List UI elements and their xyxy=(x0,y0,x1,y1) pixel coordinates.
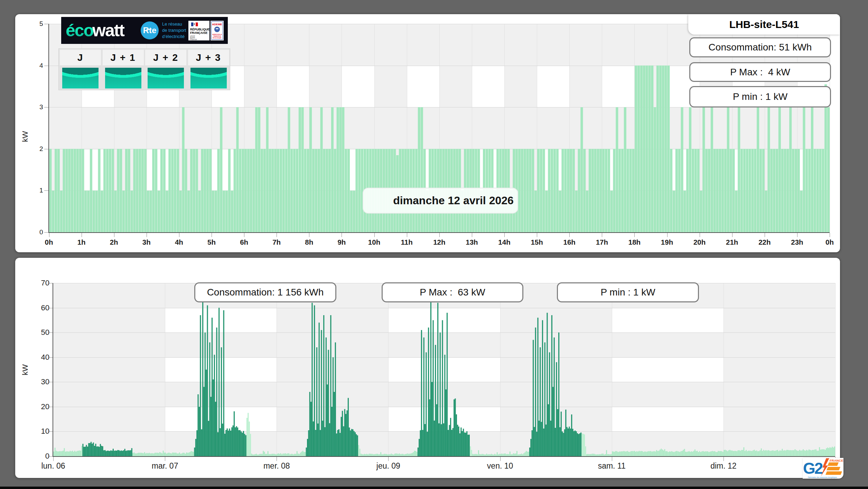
svg-text:4: 4 xyxy=(39,62,43,69)
svg-text:40: 40 xyxy=(41,353,49,361)
svg-text:18h: 18h xyxy=(628,238,641,246)
svg-text:17h: 17h xyxy=(596,238,608,246)
svg-text:ADEME: ADEME xyxy=(212,23,223,26)
svg-text:14h: 14h xyxy=(498,238,510,246)
svg-text:FRANÇAISE: FRANÇAISE xyxy=(190,31,207,35)
svg-text:10: 10 xyxy=(41,427,49,435)
svg-text:9h: 9h xyxy=(337,238,346,246)
svg-text:21h: 21h xyxy=(726,238,738,246)
svg-text:Fraternité: Fraternité xyxy=(190,39,197,40)
svg-text:éco: éco xyxy=(66,21,94,40)
svg-text:kW: kW xyxy=(21,131,29,142)
svg-text:20h: 20h xyxy=(693,238,706,246)
svg-text:5: 5 xyxy=(39,20,43,27)
svg-text:mar. 07: mar. 07 xyxy=(152,461,178,470)
svg-text:ÉCOLOGIQUE: ÉCOLOGIQUE xyxy=(213,37,222,39)
svg-text:0: 0 xyxy=(39,228,43,236)
svg-text:d’électricité: d’électricité xyxy=(162,34,185,39)
svg-text:12h: 12h xyxy=(433,238,445,246)
svg-text:22h: 22h xyxy=(758,238,771,246)
svg-text:11h: 11h xyxy=(401,238,412,246)
svg-text:10h: 10h xyxy=(368,238,380,246)
svg-text:jeu. 09: jeu. 09 xyxy=(376,461,400,470)
svg-text:16h: 16h xyxy=(563,238,576,246)
svg-text:70: 70 xyxy=(41,279,49,287)
svg-text:0h: 0h xyxy=(825,238,834,246)
svg-text:de transport: de transport xyxy=(162,28,186,33)
svg-text:5h: 5h xyxy=(207,238,216,246)
svg-text:0: 0 xyxy=(45,452,49,460)
svg-text:Optimisation des ressources én: Optimisation des ressources énergétiques xyxy=(808,477,837,478)
svg-text:AGENCE DE LA: AGENCE DE LA xyxy=(212,34,222,35)
svg-text:15h: 15h xyxy=(531,238,543,246)
svg-text:13h: 13h xyxy=(466,238,478,246)
svg-text:2h: 2h xyxy=(110,238,118,246)
svg-text:lun. 06: lun. 06 xyxy=(41,461,65,470)
svg-text:30: 30 xyxy=(41,377,49,386)
svg-text:2: 2 xyxy=(39,145,43,152)
svg-text:Rte: Rte xyxy=(143,26,157,35)
svg-text:8h: 8h xyxy=(305,238,313,246)
svg-text:20: 20 xyxy=(41,402,49,411)
svg-text:TRANSITION: TRANSITION xyxy=(213,36,221,37)
svg-text:0h: 0h xyxy=(45,238,53,246)
svg-text:50: 50 xyxy=(41,328,49,337)
svg-text:6h: 6h xyxy=(240,238,248,246)
svg-text:FRANCE: FRANCE xyxy=(830,459,843,462)
svg-text:3h: 3h xyxy=(142,238,151,246)
svg-text:4h: 4h xyxy=(175,238,183,246)
svg-text:sam. 11: sam. 11 xyxy=(598,461,626,470)
svg-text:60: 60 xyxy=(41,303,49,312)
svg-text:RÉPUBLIQUE: RÉPUBLIQUE xyxy=(190,28,210,31)
svg-text:ven. 10: ven. 10 xyxy=(487,461,513,470)
svg-text:mer. 08: mer. 08 xyxy=(263,461,290,470)
svg-text:G2: G2 xyxy=(803,459,823,477)
svg-text:1: 1 xyxy=(39,187,43,194)
svg-text:kW: kW xyxy=(21,364,29,375)
svg-text:7h: 7h xyxy=(272,238,281,246)
svg-text:dim. 12: dim. 12 xyxy=(710,461,736,470)
svg-text:3: 3 xyxy=(39,103,43,111)
svg-text:23h: 23h xyxy=(791,238,803,246)
svg-text:1h: 1h xyxy=(77,238,86,246)
svg-text:Le réseau: Le réseau xyxy=(162,21,182,27)
svg-text:19h: 19h xyxy=(661,238,673,246)
svg-text:watt: watt xyxy=(92,21,125,40)
